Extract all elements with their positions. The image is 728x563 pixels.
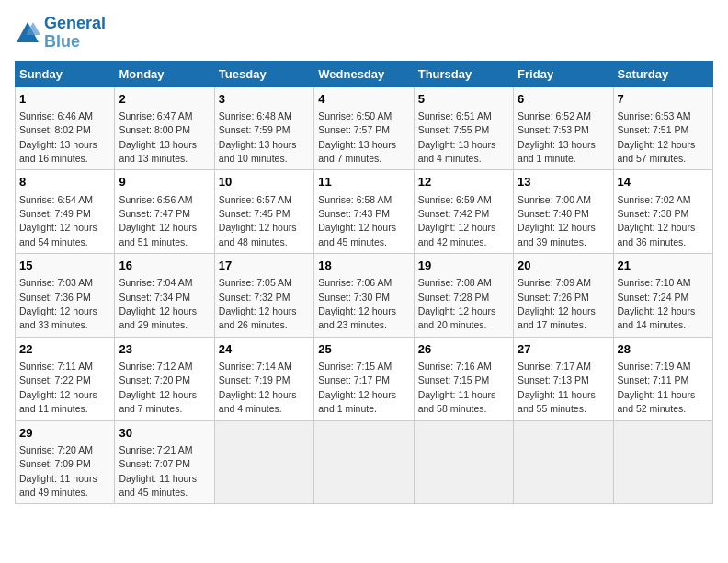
- cell-sunrise: Sunrise: 7:00 AMSunset: 7:40 PMDaylight:…: [518, 194, 596, 247]
- cell-sunrise: Sunrise: 6:46 AMSunset: 8:02 PMDaylight:…: [19, 110, 97, 164]
- day-cell: 19 Sunrise: 7:08 AMSunset: 7:28 PMDaylig…: [414, 254, 513, 338]
- day-number: 29: [19, 425, 110, 442]
- page-header: General Blue: [15, 15, 713, 52]
- header-wednesday: Wednesday: [314, 61, 414, 86]
- day-number: 30: [119, 425, 210, 442]
- day-number: 14: [618, 174, 709, 190]
- day-number: 11: [318, 174, 409, 190]
- header-sunday: Sunday: [16, 61, 115, 86]
- cell-sunrise: Sunrise: 7:04 AMSunset: 7:34 PMDaylight:…: [119, 277, 197, 330]
- day-number: 6: [518, 91, 609, 108]
- day-number: 18: [318, 258, 409, 274]
- day-cell: 8 Sunrise: 6:54 AMSunset: 7:49 PMDayligh…: [16, 170, 115, 254]
- day-cell: 5 Sunrise: 6:51 AMSunset: 7:55 PMDayligh…: [414, 86, 513, 170]
- cell-sunrise: Sunrise: 6:58 AMSunset: 7:43 PMDaylight:…: [318, 194, 396, 247]
- cell-sunrise: Sunrise: 7:08 AMSunset: 7:28 PMDaylight:…: [418, 277, 496, 330]
- day-cell: 13 Sunrise: 7:00 AMSunset: 7:40 PMDaylig…: [514, 170, 613, 254]
- logo-icon: [15, 20, 40, 46]
- cell-sunrise: Sunrise: 6:50 AMSunset: 7:57 PMDaylight:…: [318, 110, 396, 164]
- day-number: 3: [219, 91, 310, 108]
- week-row-4: 22 Sunrise: 7:11 AMSunset: 7:22 PMDaylig…: [16, 337, 713, 420]
- cell-sunrise: Sunrise: 7:17 AMSunset: 7:13 PMDaylight:…: [518, 361, 596, 414]
- day-cell: 14 Sunrise: 7:02 AMSunset: 7:38 PMDaylig…: [613, 170, 712, 254]
- header-thursday: Thursday: [414, 61, 513, 86]
- day-number: 26: [418, 341, 509, 358]
- header-monday: Monday: [115, 61, 214, 86]
- day-cell: 25 Sunrise: 7:15 AMSunset: 7:17 PMDaylig…: [314, 337, 414, 420]
- day-cell: 28 Sunrise: 7:19 AMSunset: 7:11 PMDaylig…: [613, 337, 712, 420]
- day-cell: 27 Sunrise: 7:17 AMSunset: 7:13 PMDaylig…: [514, 337, 613, 420]
- cell-sunrise: Sunrise: 6:59 AMSunset: 7:42 PMDaylight:…: [418, 194, 496, 247]
- cell-sunrise: Sunrise: 7:11 AMSunset: 7:22 PMDaylight:…: [19, 361, 97, 414]
- cell-sunrise: Sunrise: 6:52 AMSunset: 7:53 PMDaylight:…: [518, 110, 596, 164]
- day-cell: 3 Sunrise: 6:48 AMSunset: 7:59 PMDayligh…: [214, 86, 313, 170]
- day-cell: 1 Sunrise: 6:46 AMSunset: 8:02 PMDayligh…: [16, 86, 115, 170]
- day-cell: 15 Sunrise: 7:03 AMSunset: 7:36 PMDaylig…: [16, 254, 115, 338]
- day-cell: 29 Sunrise: 7:20 AMSunset: 7:09 PMDaylig…: [16, 420, 115, 504]
- day-number: 22: [19, 341, 110, 358]
- day-number: 2: [119, 91, 210, 108]
- day-cell: [414, 420, 513, 504]
- day-cell: 7 Sunrise: 6:53 AMSunset: 7:51 PMDayligh…: [613, 86, 712, 170]
- day-number: 23: [119, 341, 210, 358]
- day-number: 24: [219, 341, 310, 358]
- day-number: 19: [418, 258, 509, 274]
- day-cell: 30 Sunrise: 7:21 AMSunset: 7:07 PMDaylig…: [115, 420, 214, 504]
- day-cell: 11 Sunrise: 6:58 AMSunset: 7:43 PMDaylig…: [314, 170, 414, 254]
- week-row-3: 15 Sunrise: 7:03 AMSunset: 7:36 PMDaylig…: [16, 254, 713, 338]
- header-tuesday: Tuesday: [214, 61, 313, 86]
- day-number: 4: [318, 91, 409, 108]
- day-number: 5: [418, 91, 509, 108]
- day-cell: 21 Sunrise: 7:10 AMSunset: 7:24 PMDaylig…: [613, 254, 712, 338]
- week-row-2: 8 Sunrise: 6:54 AMSunset: 7:49 PMDayligh…: [16, 170, 713, 254]
- cell-sunrise: Sunrise: 7:19 AMSunset: 7:11 PMDaylight:…: [618, 361, 696, 414]
- header-saturday: Saturday: [613, 61, 712, 86]
- day-cell: 23 Sunrise: 7:12 AMSunset: 7:20 PMDaylig…: [115, 337, 214, 420]
- cell-sunrise: Sunrise: 6:48 AMSunset: 7:59 PMDaylight:…: [219, 110, 297, 164]
- day-number: 21: [618, 258, 709, 274]
- cell-sunrise: Sunrise: 6:54 AMSunset: 7:49 PMDaylight:…: [19, 194, 97, 247]
- day-number: 28: [618, 341, 709, 358]
- day-cell: [613, 420, 712, 504]
- day-cell: 16 Sunrise: 7:04 AMSunset: 7:34 PMDaylig…: [115, 254, 214, 338]
- day-number: 27: [518, 341, 609, 358]
- day-cell: 4 Sunrise: 6:50 AMSunset: 7:57 PMDayligh…: [314, 86, 414, 170]
- day-number: 1: [19, 91, 110, 108]
- calendar-table: SundayMondayTuesdayWednesdayThursdayFrid…: [15, 61, 713, 505]
- cell-sunrise: Sunrise: 7:15 AMSunset: 7:17 PMDaylight:…: [318, 361, 396, 414]
- day-cell: 22 Sunrise: 7:11 AMSunset: 7:22 PMDaylig…: [16, 337, 115, 420]
- day-number: 13: [518, 174, 609, 190]
- week-row-1: 1 Sunrise: 6:46 AMSunset: 8:02 PMDayligh…: [16, 86, 713, 170]
- day-cell: 26 Sunrise: 7:16 AMSunset: 7:15 PMDaylig…: [414, 337, 513, 420]
- day-cell: 2 Sunrise: 6:47 AMSunset: 8:00 PMDayligh…: [115, 86, 214, 170]
- day-number: 7: [618, 91, 709, 108]
- cell-sunrise: Sunrise: 6:47 AMSunset: 8:00 PMDaylight:…: [119, 110, 197, 164]
- day-number: 16: [119, 258, 210, 274]
- day-cell: 12 Sunrise: 6:59 AMSunset: 7:42 PMDaylig…: [414, 170, 513, 254]
- day-cell: 24 Sunrise: 7:14 AMSunset: 7:19 PMDaylig…: [214, 337, 313, 420]
- day-cell: 17 Sunrise: 7:05 AMSunset: 7:32 PMDaylig…: [214, 254, 313, 338]
- cell-sunrise: Sunrise: 7:10 AMSunset: 7:24 PMDaylight:…: [618, 277, 696, 330]
- day-cell: [314, 420, 414, 504]
- logo: General Blue: [15, 15, 106, 52]
- day-number: 10: [219, 174, 310, 190]
- day-cell: 9 Sunrise: 6:56 AMSunset: 7:47 PMDayligh…: [115, 170, 214, 254]
- day-cell: 10 Sunrise: 6:57 AMSunset: 7:45 PMDaylig…: [214, 170, 313, 254]
- cell-sunrise: Sunrise: 7:09 AMSunset: 7:26 PMDaylight:…: [518, 277, 596, 330]
- cell-sunrise: Sunrise: 6:57 AMSunset: 7:45 PMDaylight:…: [219, 194, 297, 247]
- cell-sunrise: Sunrise: 6:56 AMSunset: 7:47 PMDaylight:…: [119, 194, 197, 247]
- cell-sunrise: Sunrise: 7:02 AMSunset: 7:38 PMDaylight:…: [618, 194, 696, 247]
- day-number: 20: [518, 258, 609, 274]
- week-row-5: 29 Sunrise: 7:20 AMSunset: 7:09 PMDaylig…: [16, 420, 713, 504]
- day-number: 9: [119, 174, 210, 190]
- cell-sunrise: Sunrise: 6:53 AMSunset: 7:51 PMDaylight:…: [618, 110, 696, 164]
- day-number: 25: [318, 341, 409, 358]
- day-number: 12: [418, 174, 509, 190]
- day-cell: 6 Sunrise: 6:52 AMSunset: 7:53 PMDayligh…: [514, 86, 613, 170]
- cell-sunrise: Sunrise: 7:20 AMSunset: 7:09 PMDaylight:…: [19, 444, 97, 498]
- day-cell: 18 Sunrise: 7:06 AMSunset: 7:30 PMDaylig…: [314, 254, 414, 338]
- day-cell: [514, 420, 613, 504]
- logo-text: General Blue: [44, 15, 106, 52]
- cell-sunrise: Sunrise: 7:06 AMSunset: 7:30 PMDaylight:…: [318, 277, 396, 330]
- cell-sunrise: Sunrise: 7:12 AMSunset: 7:20 PMDaylight:…: [119, 361, 197, 414]
